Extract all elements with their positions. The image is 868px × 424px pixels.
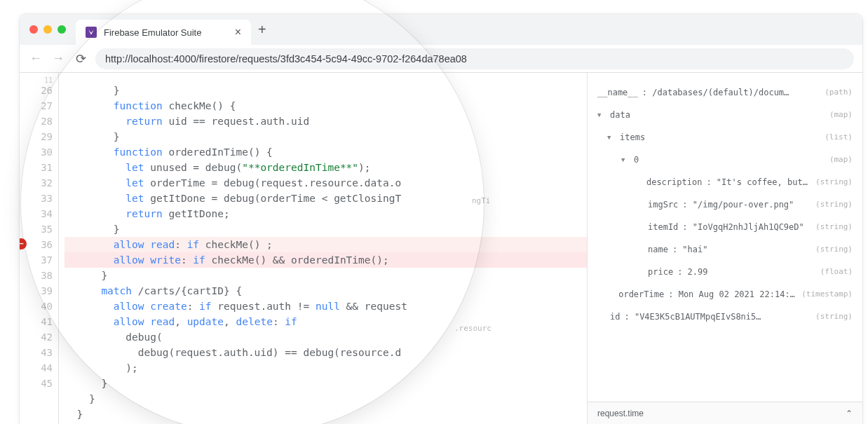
code-line[interactable]: let getItDone = debug(orderTime < getClo… — [65, 191, 587, 206]
field-key: 0 — [634, 153, 639, 167]
tab-title: Firebase Emulator Suite — [104, 27, 201, 38]
code-line[interactable]: debug( — [65, 329, 587, 345]
code-line[interactable]: debug(request.auth.uid) == debug(resourc… — [65, 345, 587, 360]
new-tab-icon[interactable]: + — [258, 22, 266, 38]
line-gutter: 112627282930313233343536–373839404142434… — [20, 73, 59, 424]
page-content: 112627282930313233343536–373839404142434… — [20, 73, 862, 424]
panel-field-row[interactable]: ▼items(list) — [597, 126, 853, 149]
field-key: itemId — [648, 220, 678, 234]
field-key: data — [610, 108, 630, 122]
panel-field-row: name: "hai"(string) — [597, 238, 853, 261]
code-line[interactable]: let orderTime = debug(request.resource.d… — [65, 175, 587, 191]
chevron-down-icon: ▼ — [597, 108, 606, 122]
field-key: name — [648, 242, 668, 257]
line-number: 38 — [20, 268, 53, 283]
field-key: id — [610, 310, 620, 324]
panel-field-row: description: "It's coffee, but fanc…(str… — [597, 171, 853, 193]
code-line[interactable]: } — [65, 129, 587, 144]
line-number: 33 — [20, 191, 53, 206]
browser-toolbar: ← → ⟳ http://localhost:4000/firestore/re… — [20, 45, 862, 73]
line-number: 26 — [20, 83, 53, 98]
field-type: (string) — [815, 220, 853, 234]
line-number: 40 — [20, 299, 53, 314]
close-window-icon[interactable] — [29, 25, 38, 34]
chevron-up-icon: ⌃ — [846, 409, 853, 418]
line-number: 39 — [20, 283, 53, 299]
line-number: 42 — [20, 329, 53, 345]
line-number: 30 — [20, 144, 53, 160]
code-line[interactable]: allow read: if checkMe() ; — [65, 237, 587, 252]
line-number: 32 — [20, 175, 53, 191]
panel-field-row: imgSrc: "/img/pour-over.png"(string) — [597, 193, 853, 216]
field-key: imgSrc — [648, 198, 678, 212]
line-number — [20, 406, 53, 422]
line-number: 27 — [20, 98, 53, 114]
line-number — [20, 391, 53, 406]
panel-field-row[interactable]: ▼0(map) — [597, 149, 853, 171]
address-bar[interactable]: http://localhost:4000/firestore/requests… — [95, 48, 854, 69]
field-type: (string) — [815, 310, 853, 324]
line-number: 41 — [20, 314, 53, 329]
code-line[interactable]: allow write: if checkMe() && orderedInTi… — [65, 252, 587, 268]
code-line[interactable]: } — [65, 406, 587, 422]
title-bar: Firebase Emulator Suite × + — [20, 14, 862, 45]
traffic-lights — [29, 25, 66, 34]
code-line[interactable]: ); — [65, 360, 587, 376]
code-line[interactable]: } — [65, 376, 587, 391]
line-number: 31 — [20, 160, 53, 175]
line-number: 45 — [20, 376, 53, 391]
reload-icon[interactable]: ⟳ — [73, 51, 88, 67]
field-key: price — [648, 265, 673, 279]
code-line[interactable]: match /carts/{cartID} { — [65, 283, 587, 299]
line-number: 34 — [20, 206, 53, 221]
line-number: 35 — [20, 221, 53, 237]
field-value: : "It's coffee, but fanc… — [706, 175, 811, 189]
line-number: 36– — [20, 237, 53, 252]
code-line[interactable]: function checkMe() { — [65, 98, 587, 114]
code-body[interactable]: } function checkMe() { return uid == req… — [59, 73, 587, 424]
code-line[interactable]: let unused = debug("**orderedInTime**"); — [65, 160, 587, 175]
field-type: (float) — [820, 265, 853, 279]
code-line[interactable]: } — [65, 83, 587, 98]
field-type: (string) — [815, 175, 853, 189]
field-type: (list) — [825, 130, 853, 144]
code-line[interactable]: allow read, update, delete: if — [65, 314, 587, 329]
request-time-section[interactable]: request.time ⌃ — [588, 402, 862, 424]
field-type: (path) — [825, 86, 853, 100]
minimize-window-icon[interactable] — [43, 25, 52, 34]
field-key: items — [620, 130, 645, 144]
field-value: : 2.99 — [677, 265, 707, 279]
field-type: (timestamp) — [801, 287, 853, 301]
maximize-window-icon[interactable] — [57, 25, 66, 34]
field-key: orderTime — [618, 287, 664, 301]
code-editor: 112627282930313233343536–373839404142434… — [20, 73, 588, 424]
details-panel: __name__: /databases/(default)/documents… — [588, 73, 862, 424]
line-number: 37 — [20, 252, 53, 268]
panel-field-row[interactable]: ▼data(map) — [597, 104, 853, 126]
browser-tab[interactable]: Firebase Emulator Suite × — [76, 20, 251, 45]
code-line[interactable]: return uid == request.auth.uid — [65, 114, 587, 129]
line-number: 28 — [20, 114, 53, 129]
chevron-down-icon: ▼ — [621, 153, 630, 167]
close-tab-icon[interactable]: × — [235, 27, 241, 38]
section-label: request.time — [597, 409, 644, 418]
field-value: : "IoVgqH2nhJljAh1QC9eD" — [682, 220, 803, 234]
field-value: : "V4E3K5cB1AUTMpqEIvS8ni5opKVS" — [624, 310, 764, 324]
code-line[interactable]: } — [65, 268, 587, 283]
forward-icon[interactable]: → — [50, 51, 66, 66]
url-text: http://localhost:4000/firestore/requests… — [105, 53, 467, 64]
code-line[interactable]: } — [65, 221, 587, 237]
field-type: (map) — [829, 153, 853, 167]
browser-window: Firebase Emulator Suite × + ← → ⟳ http:/… — [20, 14, 862, 424]
back-icon[interactable]: ← — [28, 51, 43, 66]
code-line[interactable]: function orderedInTime() { — [65, 144, 587, 160]
field-type: (string) — [815, 242, 853, 257]
field-type: (map) — [829, 108, 853, 122]
panel-field-row: price: 2.99(float) — [597, 261, 853, 283]
field-value: : /databases/(default)/documents/orde… — [642, 86, 789, 100]
code-line[interactable]: } — [65, 391, 587, 406]
firebase-favicon-icon — [86, 27, 97, 38]
code-line[interactable]: allow create: if request.auth != null &&… — [65, 299, 587, 314]
code-line[interactable]: return getItDone; — [65, 206, 587, 221]
field-key: description — [646, 175, 702, 189]
